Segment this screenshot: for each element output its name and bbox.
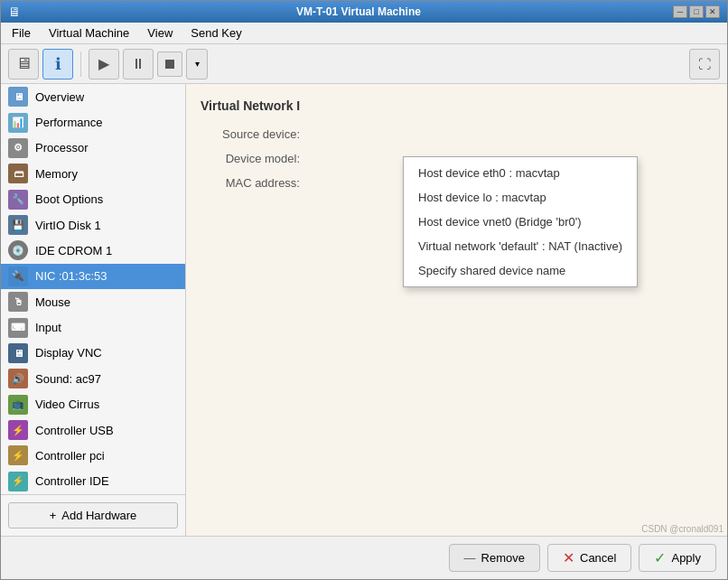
controller-usb-icon: ⚡ <box>8 420 28 440</box>
remove-button[interactable]: — Remove <box>449 544 540 572</box>
window-title: VM-T-01 Virtual Machine <box>44 5 673 18</box>
main-content: 🖥 Overview 📊 Performance ⚙ Processor 🗃 M… <box>1 84 727 536</box>
remove-icon: — <box>464 551 476 565</box>
sidebar-overview-label: Overview <box>35 90 84 104</box>
dropdown-item-host-lo[interactable]: Host device lo : macvtap <box>404 185 637 210</box>
sidebar-item-controller-pci[interactable]: ⚡ Controller pci <box>1 443 185 468</box>
overview-icon: 🖥 <box>8 87 28 107</box>
toolbar-separator-1 <box>80 51 81 77</box>
sidebar-processor-label: Processor <box>35 141 89 154</box>
input-icon: ⌨ <box>8 318 28 338</box>
main-window: 🖥 VM-T-01 Virtual Machine ─ □ ✕ File Vir… <box>0 0 728 580</box>
sidebar-controller-ide-label: Controller IDE <box>35 474 109 488</box>
toolbar-pause-btn[interactable]: ⏸ <box>123 49 154 80</box>
sound-icon: 🔊 <box>8 369 28 388</box>
toolbar: 🖥 ℹ ▶ ⏸ ⏹ ▾ ⛶ <box>1 44 727 84</box>
sidebar-item-memory[interactable]: 🗃 Memory <box>1 161 185 186</box>
menu-virtual-machine[interactable]: Virtual Machine <box>42 24 136 42</box>
add-hardware-plus-icon: + <box>50 509 57 522</box>
sidebar-memory-label: Memory <box>35 167 78 181</box>
toolbar-stop-btn[interactable]: ⏹ <box>157 51 182 77</box>
content-area: Virtual Network I Source device: Device … <box>186 84 727 536</box>
sidebar-item-boot-options[interactable]: 🔧 Boot Options <box>1 187 185 212</box>
boot-options-icon: 🔧 <box>8 190 28 210</box>
sidebar-controller-pci-label: Controller pci <box>35 449 105 463</box>
apply-button[interactable]: ✓ Apply <box>639 544 716 572</box>
sidebar-item-overview[interactable]: 🖥 Overview <box>1 84 185 109</box>
sidebar-item-controller-usb[interactable]: ⚡ Controller USB <box>1 417 185 443</box>
sidebar-item-processor[interactable]: ⚙ Processor <box>1 136 185 161</box>
close-button[interactable]: ✕ <box>705 5 720 18</box>
sidebar-item-controller-ide[interactable]: ⚡ Controller IDE <box>1 469 185 494</box>
mouse-icon: 🖱 <box>8 292 28 312</box>
performance-icon: 📊 <box>8 113 28 133</box>
sidebar-video-cirrus-label: Video Cirrus <box>35 398 99 411</box>
sidebar: 🖥 Overview 📊 Performance ⚙ Processor 🗃 M… <box>1 84 186 536</box>
menu-view[interactable]: View <box>140 24 180 42</box>
ide-cdrom-icon: 💿 <box>8 240 28 260</box>
cancel-label: Cancel <box>580 551 616 565</box>
sidebar-item-input[interactable]: ⌨ Input <box>1 314 185 340</box>
toolbar-dropdown-btn[interactable]: ▾ <box>186 49 208 80</box>
menu-bar: File Virtual Machine View Send Key <box>1 23 727 44</box>
controller-pci-icon: ⚡ <box>8 445 28 465</box>
toolbar-details-btn[interactable]: ℹ <box>42 49 73 80</box>
maximize-button[interactable]: □ <box>689 5 704 18</box>
window-controls: ─ □ ✕ <box>673 5 720 18</box>
sidebar-display-vnc-label: Display VNC <box>35 346 102 360</box>
apply-icon: ✓ <box>654 549 666 566</box>
sidebar-item-nic[interactable]: 🔌 NIC :01:3c:53 <box>1 264 185 289</box>
toolbar-play-btn[interactable]: ▶ <box>89 49 119 80</box>
sidebar-item-mouse[interactable]: 🖱 Mouse <box>1 289 185 314</box>
sidebar-item-performance[interactable]: 📊 Performance <box>1 109 185 135</box>
toolbar-overview-btn[interactable]: 🖥 <box>8 49 39 80</box>
sidebar-item-ide-cdrom[interactable]: 💿 IDE CDROM 1 <box>1 238 185 263</box>
display-vnc-icon: 🖥 <box>8 343 28 363</box>
remove-label: Remove <box>481 551 525 565</box>
menu-send-key[interactable]: Send Key <box>183 24 248 42</box>
dropdown-item-host-eth0[interactable]: Host device eth0 : macvtap <box>404 161 637 185</box>
dropdown-item-specify-shared[interactable]: Specify shared device name <box>404 258 637 283</box>
sidebar-nic-label: NIC :01:3c:53 <box>35 269 107 283</box>
sidebar-footer: + Add Hardware <box>1 494 185 536</box>
minimize-button[interactable]: ─ <box>673 5 687 18</box>
dropdown-item-host-vnet0[interactable]: Host device vnet0 (Bridge 'br0') <box>404 210 637 234</box>
source-device-row: Source device: <box>201 127 713 141</box>
cancel-icon: ✕ <box>563 549 574 566</box>
sidebar-virtio-disk-label: VirtIO Disk 1 <box>35 219 101 232</box>
sidebar-input-label: Input <box>35 321 61 334</box>
bottom-bar: — Remove ✕ Cancel ✓ Apply <box>1 536 727 579</box>
add-hardware-button[interactable]: + Add Hardware <box>8 502 178 529</box>
sidebar-controller-usb-label: Controller USB <box>35 424 114 437</box>
sidebar-boot-options-label: Boot Options <box>35 192 103 206</box>
sidebar-performance-label: Performance <box>35 116 102 129</box>
title-bar: 🖥 VM-T-01 Virtual Machine ─ □ ✕ <box>1 1 727 23</box>
video-cirrus-icon: 📺 <box>8 395 28 415</box>
menu-file[interactable]: File <box>5 24 38 42</box>
sidebar-item-display-vnc[interactable]: 🖥 Display VNC <box>1 341 185 366</box>
sidebar-item-sound[interactable]: 🔊 Sound: ac97 <box>1 366 185 391</box>
sidebar-item-virtio-disk[interactable]: 💾 VirtIO Disk 1 <box>1 212 185 238</box>
add-hardware-label: Add Hardware <box>61 509 136 522</box>
nic-icon: 🔌 <box>8 267 28 286</box>
processor-icon: ⚙ <box>8 138 28 158</box>
sidebar-sound-label: Sound: ac97 <box>35 372 101 386</box>
watermark: CSDN @cronald091 <box>641 524 723 534</box>
dropdown-popup: Host device eth0 : macvtap Host device l… <box>403 156 638 287</box>
sidebar-ide-cdrom-label: IDE CDROM 1 <box>35 244 112 257</box>
apply-label: Apply <box>671 551 701 565</box>
cancel-button[interactable]: ✕ Cancel <box>547 544 631 572</box>
source-device-label: Source device: <box>201 127 300 141</box>
section-title: Virtual Network I <box>201 98 713 113</box>
sidebar-item-video-cirrus[interactable]: 📺 Video Cirrus <box>1 392 185 417</box>
toolbar-fullscreen-btn[interactable]: ⛶ <box>689 49 720 80</box>
mac-address-label: MAC address: <box>201 176 300 190</box>
dropdown-item-virtual-network-default[interactable]: Virtual network 'default' : NAT (Inactiv… <box>404 234 637 258</box>
virtio-disk-icon: 💾 <box>8 215 28 235</box>
controller-ide-icon: ⚡ <box>8 472 28 491</box>
memory-icon: 🗃 <box>8 164 28 183</box>
sidebar-mouse-label: Mouse <box>35 295 70 309</box>
device-model-label: Device model: <box>201 152 300 165</box>
